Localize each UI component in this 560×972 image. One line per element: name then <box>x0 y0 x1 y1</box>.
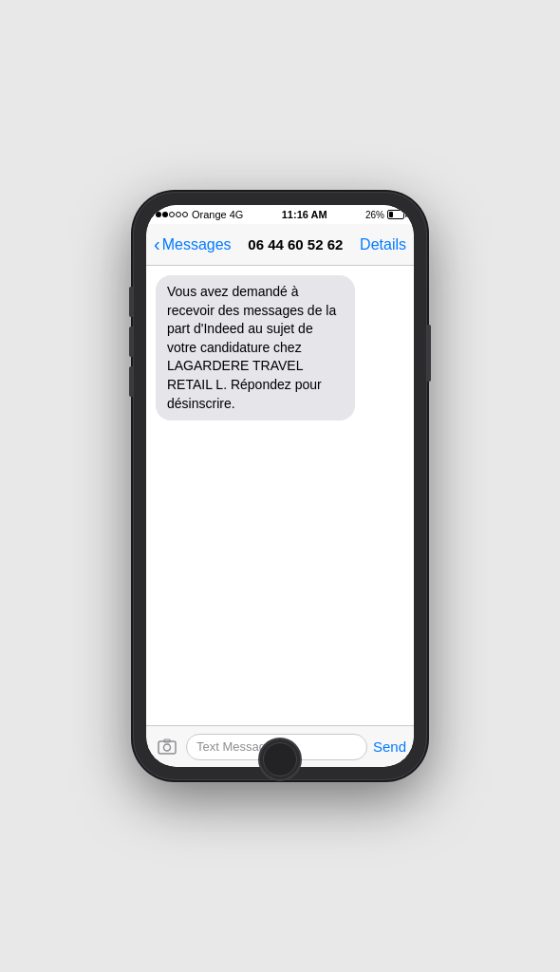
phone-screen: Orange 4G 11:16 AM 26% ‹ Messages 06 44 … <box>146 205 414 767</box>
message-text: Vous avez demandé à recevoir des message… <box>167 284 336 411</box>
status-right: 26% <box>365 210 404 220</box>
send-label: Send <box>373 738 406 755</box>
carrier-label: Orange 4G <box>192 209 243 220</box>
battery-icon <box>387 210 404 219</box>
message-area: Vous avez demandé à recevoir des message… <box>146 266 414 725</box>
svg-rect-0 <box>159 741 176 754</box>
status-left: Orange 4G <box>156 209 243 220</box>
phone-home-button[interactable] <box>258 738 302 781</box>
status-bar: Orange 4G 11:16 AM 26% <box>146 205 414 224</box>
battery-percent: 26% <box>365 210 384 220</box>
details-label: Details <box>360 236 406 252</box>
back-button[interactable]: ‹ Messages <box>154 235 232 253</box>
details-button[interactable]: Details <box>360 236 406 253</box>
send-button[interactable]: Send <box>373 738 406 755</box>
message-bubble: Vous avez demandé à recevoir des message… <box>156 275 355 421</box>
back-label: Messages <box>162 236 232 253</box>
phone-device: Orange 4G 11:16 AM 26% ‹ Messages 06 44 … <box>133 192 427 780</box>
chevron-left-icon: ‹ <box>154 234 160 253</box>
nav-header: ‹ Messages 06 44 60 52 62 Details <box>146 224 414 266</box>
status-time: 11:16 AM <box>282 209 327 220</box>
phone-screen-wrap: Orange 4G 11:16 AM 26% ‹ Messages 06 44 … <box>146 205 414 767</box>
camera-button[interactable] <box>154 734 180 760</box>
phone-camera <box>277 197 283 203</box>
nav-title: 06 44 60 52 62 <box>248 236 343 252</box>
svg-point-1 <box>164 744 171 751</box>
